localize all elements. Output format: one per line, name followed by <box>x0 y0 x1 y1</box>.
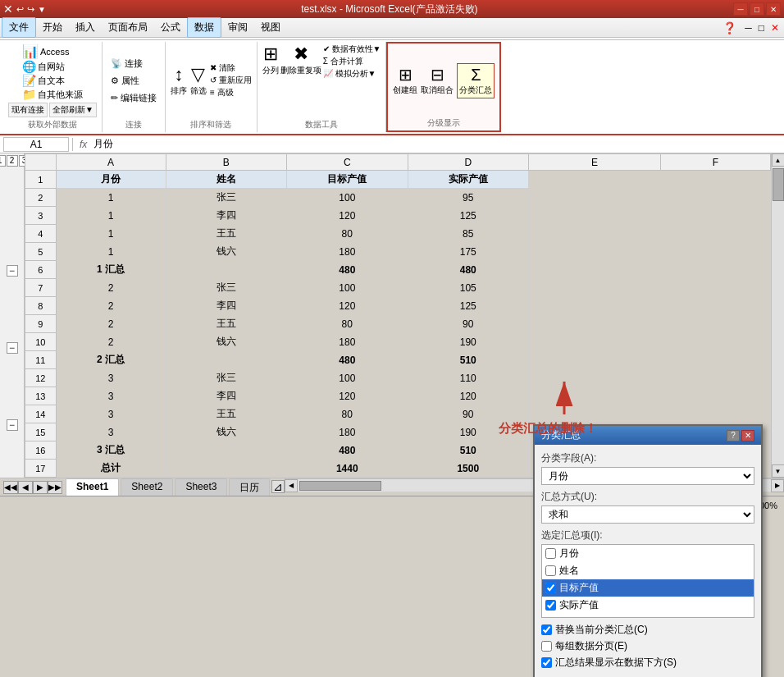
sheet-nav-next[interactable]: ▶ <box>33 481 48 494</box>
cell-c13[interactable]: 120 <box>287 387 408 405</box>
window-min-icon[interactable]: ─ <box>741 22 755 34</box>
menu-view[interactable]: 视图 <box>254 18 287 37</box>
cell-d8[interactable]: 125 <box>408 297 528 315</box>
refresh-all-btn[interactable]: 全部刷新▼ <box>49 103 97 117</box>
cell-f3[interactable] <box>660 207 770 225</box>
cell-a12[interactable]: 3 <box>56 369 166 387</box>
cell-a4[interactable]: 1 <box>56 225 166 243</box>
cell-c6[interactable]: 480 <box>287 261 408 279</box>
cell-b11[interactable] <box>166 351 286 369</box>
name-box[interactable]: A1 <box>3 137 69 152</box>
cell-e13[interactable] <box>529 387 661 405</box>
cell-d7[interactable]: 105 <box>408 279 528 297</box>
cell-d10[interactable]: 190 <box>408 333 528 351</box>
cell-a15[interactable]: 3 <box>56 423 166 441</box>
checkbox-actual[interactable] <box>545 600 556 611</box>
checkbox-page-break[interactable] <box>541 641 552 652</box>
cell-f12[interactable] <box>660 369 770 387</box>
menu-layout[interactable]: 页面布局 <box>102 18 154 37</box>
cell-b5[interactable]: 钱六 <box>166 243 286 261</box>
cell-f14[interactable] <box>660 405 770 423</box>
cell-b4[interactable]: 王五 <box>166 225 286 243</box>
window-restore-icon[interactable]: □ <box>755 22 768 34</box>
cell-a10[interactable]: 2 <box>56 333 166 351</box>
edit-links-btn[interactable]: ✏ 编辑链接 <box>107 90 160 106</box>
data-validation-btn[interactable]: ✔ 数据有效性▼ <box>323 43 381 55</box>
list-item-month[interactable]: 月份 <box>542 545 754 562</box>
cell-c16[interactable]: 480 <box>287 441 408 460</box>
outline-level-2[interactable]: 2 <box>7 155 18 167</box>
filter-btn[interactable]: ▽ 筛选 <box>190 64 207 97</box>
cell-c7[interactable]: 100 <box>287 279 408 297</box>
cell-e10[interactable] <box>529 333 661 351</box>
collapse-btn-6[interactable]: − <box>7 265 18 277</box>
cell-f5[interactable] <box>660 243 770 261</box>
cell-d13[interactable]: 120 <box>408 387 528 405</box>
cell-b9[interactable]: 王五 <box>166 315 286 333</box>
cell-c15[interactable]: 180 <box>287 423 408 441</box>
sheet-tab-sheet2[interactable]: Sheet2 <box>121 478 173 496</box>
col-header-a[interactable]: A <box>56 154 166 171</box>
category-field-select[interactable]: 月份 <box>541 467 754 485</box>
other-sources-btn[interactable]: 📁 自其他来源 <box>22 88 83 101</box>
ungroup-btn[interactable]: ⊟ 取消组合 <box>421 65 454 96</box>
cell-a8[interactable]: 2 <box>56 297 166 315</box>
cell-b8[interactable]: 李四 <box>166 297 286 315</box>
connection-btn[interactable]: 📡 连接 <box>107 56 160 71</box>
cell-b17[interactable] <box>166 460 286 478</box>
cell-d2[interactable]: 95 <box>408 189 528 207</box>
cell-c4[interactable]: 80 <box>287 225 408 243</box>
remove-duplicates-btn[interactable]: ✖ 删除重复项 <box>280 43 321 76</box>
cell-c8[interactable]: 120 <box>287 297 408 315</box>
formula-input[interactable] <box>90 139 781 150</box>
cell-a13[interactable]: 3 <box>56 387 166 405</box>
menu-insert[interactable]: 插入 <box>69 18 102 37</box>
cell-b1[interactable]: 姓名 <box>166 171 286 189</box>
cell-c17[interactable]: 1440 <box>287 460 408 478</box>
cell-c1[interactable]: 目标产值 <box>287 171 408 189</box>
cell-b2[interactable]: 张三 <box>166 189 286 207</box>
scroll-left-arrow[interactable]: ◀ <box>285 479 298 492</box>
cell-f7[interactable] <box>660 279 770 297</box>
cell-b6[interactable] <box>166 261 286 279</box>
cell-d9[interactable]: 90 <box>408 315 528 333</box>
quick-access-redo[interactable]: ↪ <box>27 4 34 15</box>
scroll-thumb-h[interactable] <box>299 481 381 491</box>
sheet-nav-last[interactable]: ▶▶ <box>48 481 62 494</box>
sheet-nav-prev[interactable]: ◀ <box>18 481 33 494</box>
list-item-actual[interactable]: 实际产值 <box>542 597 754 614</box>
cell-a14[interactable]: 3 <box>56 405 166 423</box>
vertical-scrollbar[interactable]: ▲ ▼ <box>771 153 784 478</box>
cell-c2[interactable]: 100 <box>287 189 408 207</box>
cell-a11[interactable]: 2 汇总 <box>56 351 166 369</box>
sheet-tab-sheet1[interactable]: Sheet1 <box>66 478 119 496</box>
cell-a7[interactable]: 2 <box>56 279 166 297</box>
cell-b7[interactable]: 张三 <box>166 279 286 297</box>
dialog-close-btn[interactable]: ✕ <box>741 430 754 441</box>
cell-f4[interactable] <box>660 225 770 243</box>
scroll-down-arrow[interactable]: ▼ <box>772 464 785 478</box>
outline-level-1[interactable]: 1 <box>0 155 6 167</box>
cell-f8[interactable] <box>660 297 770 315</box>
col-header-c[interactable]: C <box>287 154 408 171</box>
collapse-btn-11[interactable]: − <box>7 342 18 354</box>
cell-a17[interactable]: 总计 <box>56 460 166 478</box>
cell-d4[interactable]: 85 <box>408 225 528 243</box>
cell-d3[interactable]: 125 <box>408 207 528 225</box>
sheet-tab-sheet3[interactable]: Sheet3 <box>175 478 227 496</box>
collapse-btn-16[interactable]: − <box>7 419 18 431</box>
cell-b16[interactable] <box>166 441 286 460</box>
window-close-icon[interactable]: ✕ <box>768 22 782 34</box>
reapply-btn[interactable]: ↺ 重新应用 <box>210 75 252 86</box>
col-header-b[interactable]: B <box>166 154 286 171</box>
cell-a2[interactable]: 1 <box>56 189 166 207</box>
cell-e2[interactable] <box>529 189 661 207</box>
cell-d6[interactable]: 480 <box>408 261 528 279</box>
subtotal-btn[interactable]: Σ 分类汇总 <box>457 63 495 98</box>
col-header-d[interactable]: D <box>408 154 528 171</box>
cell-c5[interactable]: 180 <box>287 243 408 261</box>
cell-d5[interactable]: 175 <box>408 243 528 261</box>
quick-access-undo[interactable]: ↩ <box>16 4 24 15</box>
cell-d12[interactable]: 110 <box>408 369 528 387</box>
checkbox-replace[interactable] <box>541 624 552 635</box>
